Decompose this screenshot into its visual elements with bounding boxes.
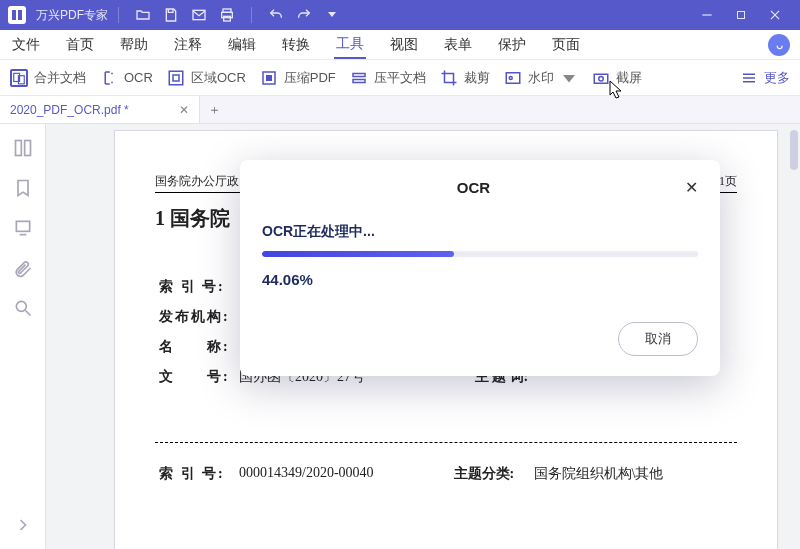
tool-area-ocr-label: 区域OCR bbox=[191, 69, 246, 87]
meta-val: 000014349/2020-00040 bbox=[235, 459, 450, 489]
redo-icon[interactable] bbox=[296, 7, 312, 23]
tab-close-icon[interactable]: ✕ bbox=[179, 103, 189, 117]
progress-bar bbox=[262, 251, 698, 257]
table-row: 索 引 号: 000014349/2020-00040 主题分类: 国务院组织机… bbox=[155, 459, 737, 489]
meta-key: 发布机构: bbox=[155, 302, 235, 332]
svg-line-27 bbox=[25, 311, 30, 316]
tool-crop[interactable]: 裁剪 bbox=[440, 69, 490, 87]
tool-more-label: 更多 bbox=[764, 69, 790, 87]
meta-key: 名 称: bbox=[155, 332, 235, 362]
tool-merge-label: 合并文档 bbox=[34, 69, 86, 87]
mail-icon[interactable] bbox=[191, 7, 207, 23]
meta-val: 国务院组织机构\其他 bbox=[530, 459, 738, 489]
svg-point-19 bbox=[599, 76, 604, 81]
scrollbar-thumb[interactable] bbox=[790, 130, 798, 170]
window-minimize-button[interactable] bbox=[690, 0, 724, 30]
menu-annot[interactable]: 注释 bbox=[172, 32, 204, 58]
title-bar: 万兴PDF专家 bbox=[0, 0, 800, 30]
app-logo bbox=[8, 6, 26, 24]
menu-tools[interactable]: 工具 bbox=[334, 31, 366, 59]
thumbnails-icon[interactable] bbox=[13, 138, 33, 158]
menu-view[interactable]: 视图 bbox=[388, 32, 420, 58]
dialog-close-icon[interactable]: ✕ bbox=[685, 178, 698, 197]
tool-screenshot[interactable]: 截屏 bbox=[592, 69, 642, 87]
svg-point-17 bbox=[509, 76, 512, 79]
menu-convert[interactable]: 转换 bbox=[280, 32, 312, 58]
tool-watermark[interactable]: 水印 bbox=[504, 69, 578, 87]
progress-percent-text: 44.06% bbox=[262, 271, 698, 288]
dialog-status-text: OCR正在处理中... bbox=[262, 223, 698, 241]
meta-key: 索 引 号: bbox=[155, 272, 235, 302]
ocr-progress-dialog: OCR ✕ OCR正在处理中... 44.06% 取消 bbox=[240, 160, 720, 376]
folder-open-icon[interactable] bbox=[135, 7, 151, 23]
vertical-scrollbar[interactable] bbox=[790, 130, 798, 543]
svg-rect-18 bbox=[594, 74, 608, 83]
search-icon[interactable] bbox=[13, 298, 33, 318]
dashed-separator bbox=[155, 442, 737, 443]
menu-help[interactable]: 帮助 bbox=[118, 32, 150, 58]
menu-file[interactable]: 文件 bbox=[10, 32, 42, 58]
menu-page[interactable]: 页面 bbox=[550, 32, 582, 58]
tool-compress-label: 压缩PDF bbox=[284, 69, 336, 87]
tool-flatten[interactable]: 压平文档 bbox=[350, 69, 426, 87]
menu-edit[interactable]: 编辑 bbox=[226, 32, 258, 58]
quick-access-dropdown-icon[interactable] bbox=[324, 7, 340, 23]
tool-area-ocr[interactable]: 区域OCR bbox=[167, 69, 246, 87]
print-icon[interactable] bbox=[219, 7, 235, 23]
save-icon[interactable] bbox=[163, 7, 179, 23]
tool-more[interactable]: 更多 bbox=[740, 69, 790, 87]
tool-compress[interactable]: 压缩PDF bbox=[260, 69, 336, 87]
meta-key: 主题分类: bbox=[450, 459, 530, 489]
cancel-button[interactable]: 取消 bbox=[618, 322, 698, 356]
document-tab-label: 2020_PDF_OCR.pdf * bbox=[10, 103, 129, 117]
svg-rect-25 bbox=[16, 221, 29, 231]
tool-watermark-label: 水印 bbox=[528, 69, 554, 87]
tool-screenshot-label: 截屏 bbox=[616, 69, 642, 87]
tool-flatten-label: 压平文档 bbox=[374, 69, 426, 87]
annotations-icon[interactable] bbox=[13, 218, 33, 238]
menu-home[interactable]: 首页 bbox=[64, 32, 96, 58]
tool-merge[interactable]: 合并文档 bbox=[10, 69, 86, 87]
menu-protect[interactable]: 保护 bbox=[496, 32, 528, 58]
new-tab-button[interactable]: ＋ bbox=[200, 96, 228, 123]
page-header-left: 国务院办公厅政 bbox=[155, 173, 239, 190]
svg-rect-11 bbox=[173, 75, 179, 81]
doc-meta-table-2: 索 引 号: 000014349/2020-00040 主题分类: 国务院组织机… bbox=[155, 459, 737, 489]
svg-rect-10 bbox=[169, 71, 183, 85]
svg-rect-15 bbox=[353, 79, 365, 82]
menu-form[interactable]: 表单 bbox=[442, 32, 474, 58]
document-tab[interactable]: 2020_PDF_OCR.pdf * ✕ bbox=[0, 96, 200, 123]
svg-point-26 bbox=[16, 301, 26, 311]
app-name: 万兴PDF专家 bbox=[36, 7, 108, 24]
user-avatar[interactable]: ᴗ bbox=[768, 34, 790, 56]
titlebar-separator bbox=[118, 7, 119, 23]
titlebar-separator bbox=[251, 7, 252, 23]
tool-ocr[interactable]: OCR bbox=[100, 69, 153, 87]
progress-bar-fill bbox=[262, 251, 454, 257]
tool-ocr-label: OCR bbox=[124, 70, 153, 85]
svg-rect-13 bbox=[267, 75, 272, 80]
tab-strip: 2020_PDF_OCR.pdf * ✕ ＋ bbox=[0, 96, 800, 124]
attachment-icon[interactable] bbox=[13, 258, 33, 278]
svg-rect-14 bbox=[353, 73, 365, 76]
svg-rect-23 bbox=[15, 141, 21, 156]
meta-key: 文 号: bbox=[155, 362, 235, 392]
meta-key: 索 引 号: bbox=[155, 459, 235, 489]
window-maximize-button[interactable] bbox=[724, 0, 758, 30]
tools-toolbar: 合并文档 OCR 区域OCR 压缩PDF 压平文档 裁剪 水印 截屏 更多 bbox=[0, 60, 800, 96]
left-sidebar bbox=[0, 124, 46, 549]
menu-bar: 文件 首页 帮助 注释 编辑 转换 工具 视图 表单 保护 页面 ᴗ bbox=[0, 30, 800, 60]
undo-icon[interactable] bbox=[268, 7, 284, 23]
tool-crop-label: 裁剪 bbox=[464, 69, 490, 87]
svg-rect-5 bbox=[738, 12, 745, 19]
dialog-title: OCR bbox=[262, 179, 685, 196]
sidebar-collapse-icon[interactable] bbox=[13, 515, 33, 535]
window-close-button[interactable] bbox=[758, 0, 792, 30]
bookmark-icon[interactable] bbox=[13, 178, 33, 198]
svg-rect-24 bbox=[24, 141, 30, 156]
